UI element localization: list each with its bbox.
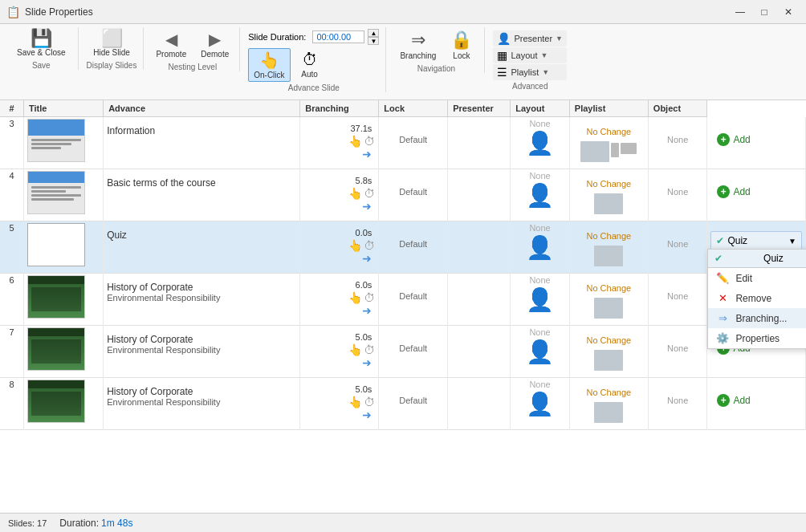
advance-time-4: 5.8s: [303, 171, 375, 185]
add-circle-4: +: [717, 185, 730, 198]
presenter-none-8: None: [514, 380, 566, 389]
playlist-none-7: None: [652, 327, 704, 353]
arrow-6: ➜: [303, 304, 375, 317]
thumb-cell-6: [23, 274, 103, 326]
auto-button[interactable]: ⏱ Auto: [294, 48, 326, 82]
presenter-label: Presenter: [514, 34, 552, 43]
thumb-8: [27, 380, 85, 423]
maximize-button[interactable]: □: [753, 3, 775, 21]
demote-button[interactable]: ▶ Demote: [195, 27, 234, 61]
save-icon: 💾: [31, 30, 52, 47]
thumb-cell-4: [23, 169, 103, 221]
save-group-label: Save: [32, 61, 51, 70]
close-button[interactable]: ✕: [777, 3, 800, 21]
branching-menu-label: Branching...: [735, 313, 787, 324]
table-row-selected: 5 Quiz 0.0s 👆 ⏱: [0, 221, 806, 274]
presenter-none-3: None: [514, 119, 566, 128]
add-btn-8[interactable]: + Add: [710, 391, 802, 410]
remove-icon: ✕: [716, 292, 729, 304]
layout-dropdown-icon: ▼: [540, 51, 548, 59]
lock-button[interactable]: 🔒 Lock: [445, 27, 478, 63]
thumb-header-3: [28, 120, 84, 136]
quiz-dropdown-trigger[interactable]: ✔ Quiz ▼: [710, 231, 802, 250]
object-cell-5[interactable]: ✔ Quiz ▼ ✔ Quiz ▼ ✏️: [707, 221, 806, 274]
playlist-cell-7: None: [648, 326, 707, 378]
add-label-8: Add: [733, 395, 750, 406]
thumb-7: [27, 327, 85, 371]
layout-button[interactable]: ▦ Layout ▼: [493, 47, 567, 63]
branching-val-5: Default: [382, 223, 444, 249]
table-row: 3 Information: [0, 117, 806, 169]
click-icon-3: 👆: [348, 135, 362, 148]
promote-button[interactable]: ◀ Promote: [150, 27, 192, 61]
advance-icons-4: 👆 ⏱: [303, 185, 375, 200]
playlist-label: Playlist: [511, 67, 539, 77]
dropdown-item-remove[interactable]: ✕ Remove: [708, 288, 806, 308]
spin-up[interactable]: ▲: [368, 29, 379, 37]
timer-icon-4: ⏱: [364, 187, 375, 200]
display-buttons: ⬜ Hide Slide: [88, 27, 136, 59]
add-btn-3[interactable]: + Add: [710, 130, 802, 149]
spin-down[interactable]: ▼: [368, 37, 379, 45]
arrow-7: ➜: [303, 356, 375, 369]
add-btn-4[interactable]: + Add: [710, 182, 802, 201]
layout-icon-4: [573, 189, 645, 219]
quiz-chevron-icon: ▼: [788, 237, 796, 246]
hide-slide-icon: ⬜: [101, 30, 123, 47]
add-label-3: Add: [733, 134, 750, 145]
branching-button[interactable]: ⇒ Branching: [394, 27, 442, 63]
dropdown-item-branching[interactable]: ⇒ Branching... ↖: [708, 308, 806, 328]
demote-label: Demote: [201, 50, 229, 59]
advance-icons-6: 👆 ⏱: [303, 290, 375, 304]
add-circle-3: +: [717, 133, 730, 146]
branching-val-4: Default: [382, 171, 444, 197]
playlist-cell-8: None: [648, 378, 707, 430]
col-lock: Lock: [379, 100, 448, 117]
layout-icon-8: [573, 397, 645, 428]
timer-icon-7: ⏱: [364, 343, 375, 356]
duration-text: Duration:: [59, 518, 99, 529]
click-icon-6: 👆: [348, 291, 362, 304]
dropdown-item-properties[interactable]: ⚙️ Properties: [708, 328, 806, 348]
save-close-button[interactable]: 💾 Save & Close: [11, 27, 71, 59]
presenter-button[interactable]: 👤 Presenter ▼: [493, 30, 567, 47]
layout-cell-4: No Change: [569, 169, 648, 221]
on-click-label: On-Click: [254, 71, 284, 79]
title-bar-icon: 📋: [6, 6, 20, 18]
table-row: 7 History of Corporate Environmental Res…: [0, 326, 806, 378]
lock-cell-4: [448, 169, 511, 221]
title-bar-title: Slide Properties: [25, 6, 729, 18]
presenter-avatar-3: 👤: [514, 130, 566, 156]
no-change-4: No Change: [573, 171, 645, 189]
hide-slide-button[interactable]: ⬜ Hide Slide: [88, 27, 136, 59]
slide-title-5: Quiz: [107, 223, 296, 241]
on-click-icon: 👆: [259, 51, 279, 70]
col-layout: Layout: [511, 100, 570, 117]
navigation-buttons: ⇒ Branching 🔒 Lock: [394, 27, 478, 63]
row-num-3: 3: [0, 117, 23, 169]
col-advance: Advance: [104, 100, 300, 117]
duration-input[interactable]: [312, 30, 364, 43]
ribbon-group-navigation: ⇒ Branching 🔒 Lock Navigation: [388, 27, 485, 73]
thumb-bg-6: [28, 276, 84, 318]
on-click-button[interactable]: 👆 On-Click: [248, 48, 290, 82]
ribbon-group-advanced: 👤 Presenter ▼ ▦ Layout ▼ ☰ Playlist ▼ Ad…: [486, 27, 573, 91]
properties-icon: ⚙️: [716, 332, 729, 344]
thumb-bg-8: [28, 380, 84, 422]
branching-menu-icon: ⇒: [716, 312, 729, 324]
display-group-label: Display Slides: [87, 61, 137, 70]
table-container[interactable]: # Title Advance Branching Lock Presenter…: [0, 100, 806, 513]
col-presenter: Presenter: [448, 100, 511, 117]
thumb-5: [27, 223, 85, 266]
dropdown-item-edit[interactable]: ✏️ Edit: [708, 268, 806, 288]
minimize-button[interactable]: —: [729, 3, 751, 21]
table-row: 4 Basic terms of: [0, 169, 806, 221]
properties-label: Properties: [735, 333, 780, 344]
layout-icon: ▦: [497, 49, 507, 62]
playlist-button[interactable]: ☰ Playlist ▼: [493, 64, 567, 80]
layout-cell-8: No Change: [569, 378, 648, 430]
layout-icon-6: [573, 293, 645, 323]
arrow-icon-5: ➜: [362, 252, 372, 265]
presenter-dropdown-icon: ▼: [556, 35, 563, 43]
thumb-3: [27, 119, 85, 162]
